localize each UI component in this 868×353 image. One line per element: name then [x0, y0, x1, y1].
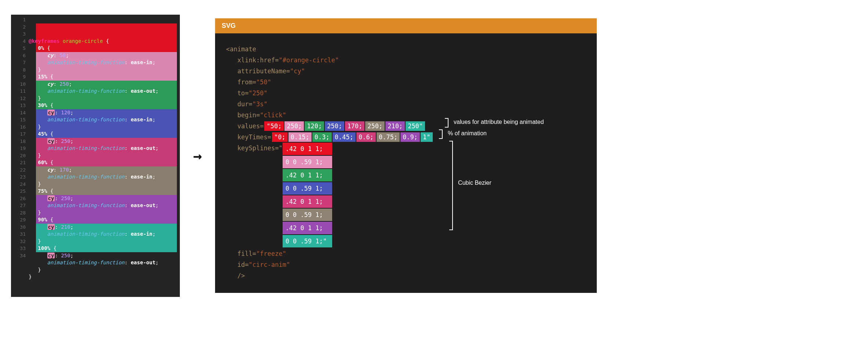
css-code-area: @keyframes orange-circle { 0% { cy: 50; …: [28, 15, 180, 297]
css-code-lines: @keyframes orange-circle { 0% { cy: 50; …: [29, 38, 179, 281]
css-keyframes-editor: 1234567891011121314151617181920212223242…: [11, 15, 180, 297]
line-number-gutter: 1234567891011121314151617181920212223242…: [11, 15, 28, 297]
arrow-icon: →: [193, 148, 202, 163]
svg-code-area: <animate xlink:href="#orange-circle" att…: [215, 33, 597, 293]
svg-panel-heading: SVG: [215, 18, 597, 33]
svg-panel: SVG <animate xlink:href="#orange-circle"…: [215, 18, 597, 293]
